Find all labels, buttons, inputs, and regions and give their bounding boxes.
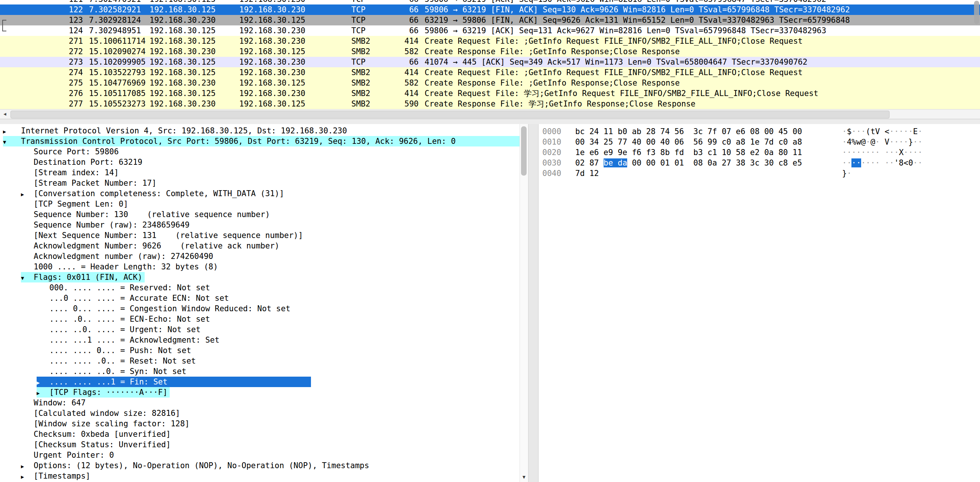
expand-icon[interactable]: ▶ xyxy=(21,461,33,471)
col-src: 192.168.30.125 xyxy=(150,36,216,46)
col-time: 7.302928124 xyxy=(89,15,141,25)
detail-line[interactable]: Window: 647 xyxy=(0,398,520,408)
detail-text: Sequence Number (raw): 2348659649 xyxy=(33,220,189,229)
hscroll-thumb[interactable] xyxy=(11,111,889,118)
detail-text: .... .... ..0. = Syn: Not set xyxy=(49,367,186,376)
detail-text: .... ..0. .... = Urgent: Not set xyxy=(49,325,201,334)
col-dst: 192.168.30.125 xyxy=(239,78,305,88)
packet-row[interactable]: 27215.102090274192.168.30.230192.168.30.… xyxy=(0,46,980,57)
col-proto: TCP xyxy=(352,0,366,5)
scroll-down-button[interactable]: ▼ xyxy=(520,472,528,482)
packet-row[interactable]: 27415.103522793192.168.30.125192.168.30.… xyxy=(0,67,980,78)
packet-list: 1217.302470921192.168.30.125192.168.30.2… xyxy=(0,0,980,109)
detail-line[interactable]: Source Port: 59806 xyxy=(0,146,520,157)
detail-line[interactable]: ...0 .... .... = Accurate ECN: Not set xyxy=(0,293,520,304)
packet-list-hscrollbar[interactable]: ◀ xyxy=(0,109,980,119)
detail-line[interactable]: [Checksum Status: Unverified] xyxy=(0,439,520,450)
col-proto: SMB2 xyxy=(352,99,371,109)
col-src: 192.168.30.125 xyxy=(150,67,216,78)
details-vscroll-thumb[interactable] xyxy=(521,126,527,176)
detail-line[interactable]: ▶[Timestamps] xyxy=(0,471,520,481)
col-dst: 192.168.30.230 xyxy=(239,88,305,99)
detail-line[interactable]: ▼Transmission Control Protocol, Src Port… xyxy=(0,136,520,146)
detail-line[interactable]: ▶[TCP Flags: ·······A···F] xyxy=(0,387,520,398)
detail-line[interactable]: .... .... ..0. = Syn: Not set xyxy=(0,366,520,377)
detail-line-content: Urgent Pointer: 0 xyxy=(21,450,114,460)
details-vscrollbar[interactable]: ▼ xyxy=(520,124,528,482)
detail-line[interactable]: [Stream index: 14] xyxy=(0,167,520,178)
detail-line[interactable]: Urgent Pointer: 0 xyxy=(0,450,520,460)
detail-line[interactable]: ▶Internet Protocol Version 4, Src: 192.1… xyxy=(0,126,520,136)
detail-line[interactable]: Destination Port: 63219 xyxy=(0,157,520,167)
expand-icon[interactable]: ▶ xyxy=(3,126,21,137)
detail-line[interactable]: Sequence Number (raw): 2348659649 xyxy=(0,220,520,230)
col-len: 414 xyxy=(385,36,418,46)
packet-row[interactable]: 1237.302928124192.168.30.230192.168.30.1… xyxy=(0,15,980,25)
detail-text: Options: (12 bytes), No-Operation (NOP),… xyxy=(33,461,369,470)
detail-line-content: [Stream Packet Number: 17] xyxy=(21,178,157,188)
detail-line[interactable]: Acknowledgment Number: 9626 (relative ac… xyxy=(0,241,520,251)
packet-row[interactable]: 27115.100611714192.168.30.125192.168.30.… xyxy=(0,36,980,46)
expand-icon[interactable]: ▶ xyxy=(37,388,49,398)
detail-line[interactable]: Acknowledgment number (raw): 274260490 xyxy=(0,251,520,262)
packet-row[interactable]: 27615.105117085192.168.30.125192.168.30.… xyxy=(0,88,980,99)
detail-line[interactable]: ▼Flags: 0x011 (FIN, ACK) xyxy=(0,272,520,283)
packet-row[interactable]: 27715.105523273192.168.30.230192.168.30.… xyxy=(0,99,980,109)
detail-line[interactable]: .... .0.. .... = ECN-Echo: Not set xyxy=(0,314,520,325)
hex-row[interactable]: 00407d 12}· xyxy=(542,168,980,178)
col-len: 66 xyxy=(385,57,418,67)
packet-row[interactable]: 27315.102099905192.168.30.125192.168.30.… xyxy=(0,57,980,67)
detail-line-content: ▶Internet Protocol Version 4, Src: 192.1… xyxy=(3,126,347,136)
col-info: 59806 → 63219 [ACK] Seq=131 Ack=9627 Win… xyxy=(425,25,826,36)
col-dst: 192.168.30.230 xyxy=(239,25,305,36)
col-no: 122 xyxy=(55,5,83,15)
detail-line[interactable]: ▶.... .... ...1 = Fin: Set xyxy=(0,377,520,387)
scroll-left-button[interactable]: ◀ xyxy=(0,110,10,119)
hex-row[interactable]: 0000bc 24 11 b0 ab 28 74 56 3c 7f 07 e6 … xyxy=(542,126,980,137)
hscroll-track[interactable] xyxy=(10,110,980,119)
col-len: 590 xyxy=(385,99,418,109)
hex-row[interactable]: 001000 34 25 77 40 00 40 06 56 99 c0 a8 … xyxy=(542,137,980,147)
col-no: 272 xyxy=(55,46,83,57)
detail-text: .... .... 0... = Push: Not set xyxy=(49,346,191,355)
hex-bytes: 1e e6 e9 9e f6 f3 8b fd b3 c1 10 58 e2 0… xyxy=(575,147,808,157)
detail-line[interactable]: [Stream Packet Number: 17] xyxy=(0,178,520,188)
detail-line[interactable]: Checksum: 0xbeda [unverified] xyxy=(0,429,520,439)
collapse-icon[interactable]: ▼ xyxy=(21,273,33,283)
detail-line-content: 000. .... .... = Reserved: Not set xyxy=(37,283,210,293)
detail-line[interactable]: [Window size scaling factor: 128] xyxy=(0,418,520,429)
detail-text: [Stream index: 14] xyxy=(33,168,119,177)
col-src: 192.168.30.125 xyxy=(150,88,216,99)
expand-icon[interactable]: ▶ xyxy=(37,377,49,388)
detail-line[interactable]: .... .... 0... = Push: Not set xyxy=(0,345,520,356)
collapse-icon[interactable]: ▼ xyxy=(3,137,21,147)
detail-line[interactable]: 000. .... .... = Reserved: Not set xyxy=(0,283,520,293)
packet-row[interactable]: 1247.302948951192.168.30.125192.168.30.2… xyxy=(0,25,980,36)
detail-line[interactable]: Sequence Number: 130 (relative sequence … xyxy=(0,209,520,220)
detail-line[interactable]: 1000 .... = Header Length: 32 bytes (8) xyxy=(0,262,520,272)
col-proto: SMB2 xyxy=(352,36,371,46)
packet-list-vscroll-thumb[interactable] xyxy=(974,1,979,24)
packet-row[interactable]: 27515.104776969192.168.30.230192.168.30.… xyxy=(0,78,980,88)
detail-line[interactable]: [Next Sequence Number: 131 (relative seq… xyxy=(0,230,520,241)
detail-line[interactable]: .... ..0. .... = Urgent: Not set xyxy=(0,325,520,335)
col-len: 66 xyxy=(385,25,418,36)
col-no: 124 xyxy=(55,25,83,36)
detail-line[interactable]: .... .... .0.. = Reset: Not set xyxy=(0,356,520,366)
details-hex-splitter[interactable] xyxy=(528,124,539,482)
detail-text: Flags: 0x011 (FIN, ACK) xyxy=(33,273,142,282)
detail-line[interactable]: [TCP Segment Len: 0] xyxy=(0,199,520,209)
detail-line[interactable]: ▶[Conversation completeness: Complete, W… xyxy=(0,188,520,199)
detail-line[interactable]: .... ...1 .... = Acknowledgment: Set xyxy=(0,335,520,345)
detail-line[interactable]: .... 0... .... = Congestion Window Reduc… xyxy=(0,304,520,314)
packet-row[interactable]: 1217.302470921192.168.30.125192.168.30.2… xyxy=(0,0,980,5)
detail-line[interactable]: ▶Options: (12 bytes), No-Operation (NOP)… xyxy=(0,460,520,471)
packet-row[interactable]: 1227.302582921192.168.30.125192.168.30.2… xyxy=(0,5,980,15)
hex-row[interactable]: 003002 87 be da 00 00 01 01 08 0a 27 38 … xyxy=(542,157,980,168)
hex-row[interactable]: 00201e e6 e9 9e f6 f3 8b fd b3 c1 10 58 … xyxy=(542,147,980,157)
expand-icon[interactable]: ▶ xyxy=(21,471,33,482)
expand-icon[interactable]: ▶ xyxy=(21,189,33,199)
detail-text: .... 0... .... = Congestion Window Reduc… xyxy=(49,304,290,313)
col-info: 41074 → 445 [ACK] Seq=349 Ack=517 Win=11… xyxy=(425,57,807,67)
detail-line[interactable]: [Calculated window size: 82816] xyxy=(0,408,520,418)
